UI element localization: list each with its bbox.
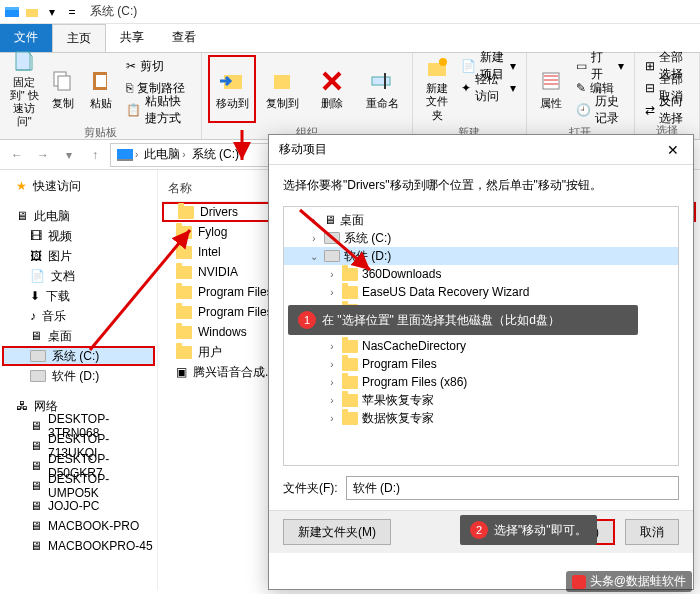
move-to-button[interactable]: 移动到: [208, 55, 256, 123]
tab-home[interactable]: 主页: [52, 24, 106, 52]
new-item-icon: 📄: [461, 59, 476, 73]
ribbon: 固定到" 快速访问" 复制 粘贴 ✂剪切 ⎘复制路径 📋粘贴快捷方式 剪贴板 移…: [0, 52, 700, 140]
rename-button[interactable]: 重命名: [358, 55, 406, 123]
copy-to-icon: [268, 67, 296, 95]
drive-icon: [30, 350, 46, 362]
video-icon: 🎞: [30, 229, 42, 243]
nav-forward[interactable]: →: [32, 144, 54, 166]
tree-folder[interactable]: ›Program Files (x86): [284, 373, 678, 391]
new-folder-button[interactable]: 新建 文件夹: [419, 55, 455, 123]
history-button[interactable]: 🕘历史记录: [572, 99, 628, 121]
pc-icon: 🖥: [30, 539, 42, 553]
open-button[interactable]: ▭打开▾: [572, 55, 628, 77]
nav-network-pc[interactable]: 🖥DESKTOP-UMPO5K: [2, 476, 155, 496]
cancel-button[interactable]: 取消: [625, 519, 679, 545]
nav-network-pc[interactable]: 🖥MACBOOKPRO-45: [2, 536, 155, 556]
crumb-this-pc[interactable]: 此电脑›: [142, 146, 187, 163]
chevron-down-icon: ▾: [510, 59, 516, 73]
nav-downloads[interactable]: ⬇下载: [2, 286, 155, 306]
folder-icon: [176, 286, 192, 299]
copy-to-button[interactable]: 复制到: [258, 55, 306, 123]
folder-icon: [176, 346, 192, 359]
desktop-icon: 🖥: [324, 213, 336, 227]
delete-button[interactable]: 删除: [308, 55, 356, 123]
folder-icon: [176, 266, 192, 279]
drive-icon: [30, 370, 46, 382]
history-icon: 🕘: [576, 103, 591, 117]
tree-desktop[interactable]: ›🖥桌面: [284, 211, 678, 229]
easy-access-button[interactable]: ✦轻松访问▾: [457, 77, 519, 99]
pc-icon: 🖥: [30, 439, 42, 453]
dialog-close-button[interactable]: ✕: [663, 142, 683, 158]
callout-2-text: 选择"移动"即可。: [494, 522, 587, 539]
tree-c-drive[interactable]: ›系统 (C:): [284, 229, 678, 247]
rename-icon: [368, 67, 396, 95]
delete-icon: [318, 67, 346, 95]
svg-rect-10: [372, 77, 390, 85]
documents-icon: 📄: [30, 269, 45, 283]
qat-sep: =: [64, 4, 80, 20]
folder-icon: [342, 358, 358, 371]
music-icon: ♪: [30, 309, 36, 323]
dialog-title: 移动项目: [279, 141, 327, 158]
cut-button[interactable]: ✂剪切: [122, 55, 195, 77]
pc-icon: 🖥: [30, 519, 42, 533]
pin-icon: [10, 50, 38, 74]
callout-2-num: 2: [470, 521, 488, 539]
folder-icon: [176, 306, 192, 319]
titlebar: ▾ = 系统 (C:): [0, 0, 700, 24]
paste-button[interactable]: 粘贴: [83, 55, 120, 123]
dialog-instruction: 选择你要将"Drivers"移动到哪个位置，然后单击"移动"按钮。: [269, 165, 693, 206]
tree-folder[interactable]: ›EaseUS Data Recovery Wizard: [284, 283, 678, 301]
nav-videos[interactable]: 🎞视频: [2, 226, 155, 246]
nav-desktop[interactable]: 🖥桌面: [2, 326, 155, 346]
nav-quick-access[interactable]: ★快速访问: [2, 176, 155, 196]
properties-button[interactable]: 属性: [533, 55, 570, 123]
paste-shortcut-button[interactable]: 📋粘贴快捷方式: [122, 99, 195, 121]
copy-button[interactable]: 复制: [45, 55, 82, 123]
tab-file[interactable]: 文件: [0, 24, 52, 52]
chevron-down-icon: ▾: [510, 81, 516, 95]
qat-dropdown-icon[interactable]: ▾: [44, 4, 60, 20]
paste-icon: [87, 67, 115, 95]
nav-recent-dropdown[interactable]: ▾: [58, 144, 80, 166]
properties-icon: [537, 67, 565, 95]
crumb-pc-icon[interactable]: ›: [115, 149, 140, 161]
pin-button[interactable]: 固定到" 快速访问": [6, 55, 43, 123]
nav-music[interactable]: ♪音乐: [2, 306, 155, 326]
group-open: 属性 ▭打开▾ ✎编辑 🕘历史记录 打开: [527, 53, 635, 139]
tree-folder[interactable]: ›Program Files: [284, 355, 678, 373]
tree-folder[interactable]: ›苹果恢复专家: [284, 391, 678, 409]
svg-rect-14: [543, 73, 559, 89]
group-select: ⊞全部选择 ⊟全部取消 ⇄反向选择 选择: [635, 53, 700, 139]
folder-icon: [342, 340, 358, 353]
move-to-icon: [218, 67, 246, 95]
invert-selection-button[interactable]: ⇄反向选择: [641, 99, 693, 121]
nav-up[interactable]: ↑: [84, 144, 106, 166]
folder-tree[interactable]: ›🖥桌面 ›系统 (C:) ⌄软件 (D:) ›360Downloads›Eas…: [283, 206, 679, 466]
tree-d-drive[interactable]: ⌄软件 (D:): [284, 247, 678, 265]
nav-pane: ★快速访问 🖥此电脑 🎞视频 🖼图片 📄文档 ⬇下载 ♪音乐 🖥桌面 系统 (C…: [0, 170, 158, 590]
svg-rect-2: [26, 9, 38, 17]
tree-folder[interactable]: ›360Downloads: [284, 265, 678, 283]
nav-back[interactable]: ←: [6, 144, 28, 166]
new-folder-dialog-button[interactable]: 新建文件夹(M): [283, 519, 391, 545]
nav-pictures[interactable]: 🖼图片: [2, 246, 155, 266]
nav-this-pc[interactable]: 🖥此电脑: [2, 206, 155, 226]
tree-folder[interactable]: ›数据恢复专家: [284, 409, 678, 427]
watermark-icon: [572, 575, 586, 589]
crumb-drive[interactable]: 系统 (C:)›: [190, 146, 247, 163]
nav-network-pc[interactable]: 🖥MACBOOK-PRO: [2, 516, 155, 536]
folder-icon: [342, 286, 358, 299]
folder-field-input[interactable]: [346, 476, 679, 500]
nav-d-drive[interactable]: 软件 (D:): [2, 366, 155, 386]
tab-share[interactable]: 共享: [106, 24, 158, 52]
nav-documents[interactable]: 📄文档: [2, 266, 155, 286]
nav-c-drive[interactable]: 系统 (C:): [2, 346, 155, 366]
tree-folder[interactable]: ›NasCacheDirectory: [284, 337, 678, 355]
easy-access-icon: ✦: [461, 81, 471, 95]
qat-folder-icon[interactable]: [24, 4, 40, 20]
watermark: 头条@数据蛙软件: [566, 571, 692, 592]
svg-rect-9: [274, 75, 290, 89]
tab-view[interactable]: 查看: [158, 24, 210, 52]
